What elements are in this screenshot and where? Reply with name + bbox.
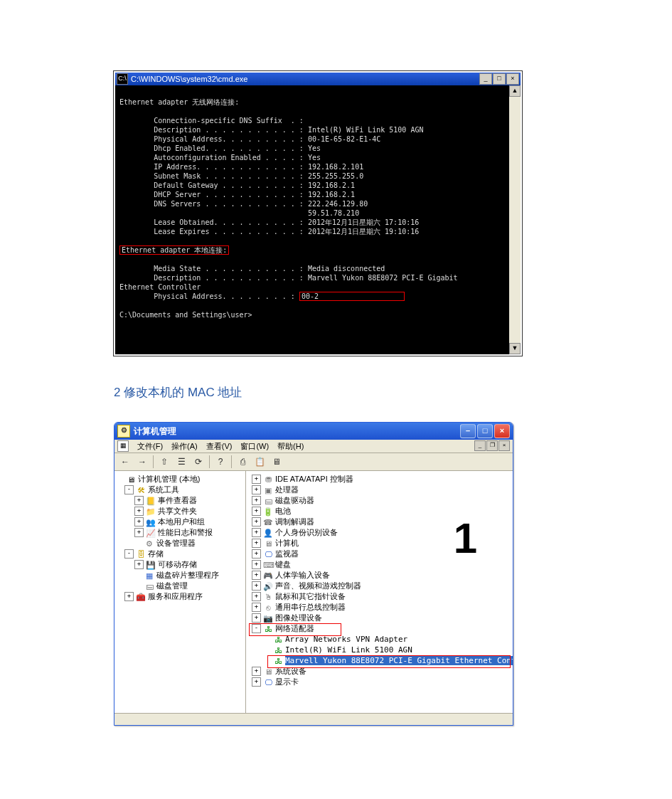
close-button[interactable]: × bbox=[494, 424, 510, 438]
toolbar-up-button[interactable]: ⇧ bbox=[156, 454, 172, 470]
toolbar-forward-button[interactable]: → bbox=[134, 454, 150, 470]
scroll-track[interactable] bbox=[509, 97, 521, 343]
hid-icon: 🎮 bbox=[263, 571, 273, 581]
expander-icon bbox=[134, 539, 142, 547]
toolbox-icon: 🛠 bbox=[136, 485, 146, 495]
expander-icon[interactable]: + bbox=[124, 592, 134, 601]
menu-help[interactable]: 帮助(H) bbox=[273, 441, 308, 452]
expander-icon[interactable]: + bbox=[134, 507, 144, 516]
minimize-button[interactable]: – bbox=[460, 424, 476, 438]
menu-action[interactable]: 操作(A) bbox=[167, 441, 202, 452]
toolbar-refresh-button[interactable]: ⟳ bbox=[191, 454, 206, 470]
mdi-close-button[interactable]: × bbox=[498, 440, 510, 451]
mdi-minimize-button[interactable]: _ bbox=[474, 440, 486, 451]
dev-hid[interactable]: +🎮人体学输入设备 bbox=[247, 570, 511, 581]
biometric-icon: 👤 bbox=[263, 528, 273, 538]
cmd-titlebar: C:\ C:\WINDOWS\system32\cmd.exe _ □ × bbox=[115, 73, 521, 85]
expander-icon[interactable]: + bbox=[252, 549, 261, 559]
expander-icon[interactable]: + bbox=[252, 571, 261, 580]
expander-icon[interactable]: + bbox=[252, 592, 261, 601]
scroll-down-icon[interactable]: ▼ bbox=[509, 343, 521, 354]
expander-icon[interactable]: + bbox=[252, 560, 261, 569]
tree-label: Intel(R) WiFi Link 5100 AGN bbox=[285, 645, 412, 655]
expander-icon[interactable]: + bbox=[134, 528, 144, 537]
scrollbar[interactable]: ▲ ▼ bbox=[509, 85, 521, 354]
expander-icon[interactable]: + bbox=[252, 539, 261, 548]
expander-icon[interactable]: + bbox=[252, 677, 261, 687]
toolbar-back-button[interactable]: ← bbox=[117, 454, 133, 470]
expander-icon[interactable]: + bbox=[252, 485, 261, 494]
tree-removable-storage[interactable]: + 💾 可移动存储 bbox=[116, 559, 244, 570]
dev-sound[interactable]: +🔊声音、视频和游戏控制器 bbox=[247, 581, 511, 591]
cmd-line: Dhcp Enabled. . . . . . . . . . . : Yes bbox=[119, 144, 321, 152]
expander-icon[interactable]: - bbox=[124, 485, 134, 494]
expander-icon[interactable]: + bbox=[252, 581, 261, 591]
toolbar-help-button[interactable]: ? bbox=[213, 454, 228, 470]
expander-icon[interactable]: + bbox=[252, 496, 261, 505]
cmd-prompt[interactable]: C:\Documents and Settings\user> bbox=[119, 311, 252, 319]
close-button[interactable]: × bbox=[506, 73, 519, 85]
tree-defrag[interactable]: ▦ 磁盘碎片整理程序 bbox=[116, 570, 244, 581]
mdi-system-icon[interactable]: ▦ bbox=[117, 440, 129, 452]
menu-window[interactable]: 窗口(W) bbox=[236, 441, 273, 452]
usb-icon: ⎋ bbox=[263, 603, 273, 613]
scroll-up-icon[interactable]: ▲ bbox=[509, 85, 521, 97]
users-icon: 👥 bbox=[146, 517, 156, 527]
maximize-button[interactable]: □ bbox=[477, 424, 493, 438]
modem-icon: ☎ bbox=[263, 517, 273, 527]
expander-icon[interactable]: - bbox=[124, 549, 134, 559]
expander-icon[interactable]: + bbox=[252, 507, 261, 516]
cmd-output: Ethernet adapter 无线网络连接: Connection-spec… bbox=[115, 85, 521, 354]
device-icon: ⚙ bbox=[144, 539, 154, 549]
expander-icon[interactable]: + bbox=[134, 496, 144, 505]
minimize-button[interactable]: _ bbox=[479, 73, 492, 85]
left-tree-pane[interactable]: 🖥 计算机管理 (本地) - 🛠 系统工具 + 📒 事件查看器 + 📁 共享文件… bbox=[114, 471, 246, 713]
expander-icon[interactable]: + bbox=[252, 528, 261, 537]
computer-icon: 🖥 bbox=[126, 475, 136, 485]
dev-cpu[interactable]: +▣处理器 bbox=[247, 485, 511, 495]
maximize-button[interactable]: □ bbox=[493, 73, 506, 85]
tree-event-viewer[interactable]: + 📒 事件查看器 bbox=[116, 495, 244, 506]
tree-storage[interactable]: - 🗄 存储 bbox=[116, 549, 244, 559]
cmd-line: Description . . . . . . . . . . . : Marv… bbox=[119, 274, 458, 282]
mgmt-toolbar: ← → ⇧ ☰ ⟳ ? ⎙ 📋 🖥 bbox=[114, 453, 513, 471]
mdi-restore-button[interactable]: ❐ bbox=[486, 440, 498, 451]
expander-icon[interactable]: + bbox=[252, 475, 261, 484]
right-device-pane[interactable]: 1 +⛃IDE ATA/ATAPI 控制器 +▣处理器 +🖴磁盘驱动器 +🔋电池… bbox=[246, 471, 513, 713]
expander-icon[interactable]: + bbox=[252, 603, 261, 612]
highlight-marvell-nic bbox=[267, 655, 511, 668]
toolbar-computer-button[interactable]: 🖥 bbox=[269, 454, 284, 470]
tree-label: 人体学输入设备 bbox=[275, 570, 330, 581]
tree-root[interactable]: 🖥 计算机管理 (本地) bbox=[116, 474, 244, 485]
expander-icon[interactable]: + bbox=[252, 517, 261, 527]
cmd-line: Physical Address. . . . . . . . . : 00-1… bbox=[119, 135, 380, 143]
toolbar-print-button[interactable]: ⎙ bbox=[235, 454, 250, 470]
folder-icon: 📁 bbox=[146, 507, 156, 517]
dev-display[interactable]: +🖵显示卡 bbox=[247, 677, 511, 687]
expander-icon[interactable]: + bbox=[134, 560, 144, 569]
dev-diskdrive[interactable]: +🖴磁盘驱动器 bbox=[247, 495, 511, 506]
expander-icon[interactable]: + bbox=[134, 517, 144, 527]
dev-mouse[interactable]: +🖱鼠标和其它指针设备 bbox=[247, 591, 511, 602]
menu-view[interactable]: 查看(V) bbox=[202, 441, 237, 452]
dev-imaging[interactable]: +📷图像处理设备 bbox=[247, 613, 511, 623]
dev-ide[interactable]: +⛃IDE ATA/ATAPI 控制器 bbox=[247, 474, 511, 485]
tree-services-apps[interactable]: + 🧰 服务和应用程序 bbox=[116, 591, 244, 602]
tree-shared-folders[interactable]: + 📁 共享文件夹 bbox=[116, 506, 244, 517]
tree-label: 键盘 bbox=[275, 559, 291, 570]
dev-net-wifi[interactable]: 🖧Intel(R) WiFi Link 5100 AGN bbox=[247, 645, 511, 655]
tree-performance[interactable]: + 📈 性能日志和警报 bbox=[116, 527, 244, 538]
toolbar-clipboard-button[interactable]: 📋 bbox=[252, 454, 267, 470]
tree-label: 设备管理器 bbox=[156, 538, 196, 549]
tree-local-users[interactable]: + 👥 本地用户和组 bbox=[116, 517, 244, 527]
dev-usb[interactable]: +⎋通用串行总线控制器 bbox=[247, 602, 511, 613]
tree-system-tools[interactable]: - 🛠 系统工具 bbox=[116, 485, 244, 495]
monitor-icon: 🖵 bbox=[263, 549, 273, 559]
menu-file[interactable]: 文件(F) bbox=[133, 441, 167, 452]
tree-disk-management[interactable]: 🖴 磁盘管理 bbox=[116, 581, 244, 591]
toolbar-properties-button[interactable]: ☰ bbox=[174, 454, 189, 470]
tree-device-manager[interactable]: ⚙ 设备管理器 bbox=[116, 538, 244, 549]
expander-icon[interactable]: + bbox=[252, 667, 261, 676]
expander-icon[interactable]: + bbox=[252, 613, 261, 623]
removable-icon: 💾 bbox=[146, 560, 156, 570]
